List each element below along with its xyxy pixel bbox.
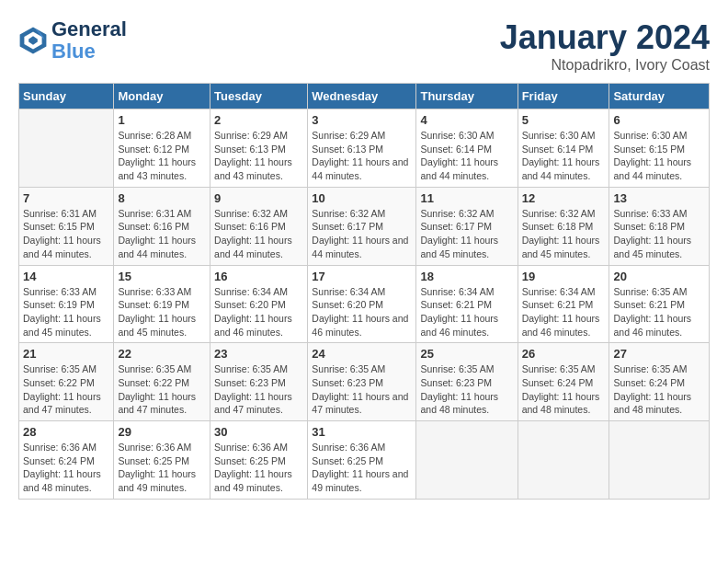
cell-date: 21 <box>23 347 109 361</box>
page-header: General Blue January 2024 Ntopadrikro, I… <box>18 18 710 74</box>
cell-date: 11 <box>420 191 513 205</box>
cell-info: Sunrise: 6:33 AMSunset: 6:18 PMDaylight:… <box>613 207 705 261</box>
calendar-row: 21Sunrise: 6:35 AMSunset: 6:22 PMDayligh… <box>19 343 710 421</box>
calendar-cell: 3Sunrise: 6:29 AMSunset: 6:13 PMDaylight… <box>308 109 416 188</box>
calendar-cell: 17Sunrise: 6:34 AMSunset: 6:20 PMDayligh… <box>308 265 416 343</box>
header-day-tuesday: Tuesday <box>210 84 308 109</box>
cell-date: 7 <box>23 191 109 205</box>
cell-info: Sunrise: 6:29 AMSunset: 6:13 PMDaylight:… <box>312 129 412 183</box>
calendar-cell <box>19 109 114 188</box>
cell-info: Sunrise: 6:35 AMSunset: 6:23 PMDaylight:… <box>420 362 513 417</box>
cell-date: 2 <box>214 113 303 127</box>
cell-info: Sunrise: 6:36 AMSunset: 6:25 PMDaylight:… <box>312 441 412 495</box>
cell-info: Sunrise: 6:34 AMSunset: 6:20 PMDaylight:… <box>214 285 303 339</box>
calendar-cell <box>416 421 518 500</box>
cell-date: 28 <box>23 425 109 439</box>
page-title: January 2024 <box>500 18 710 57</box>
cell-info: Sunrise: 6:35 AMSunset: 6:22 PMDaylight:… <box>23 362 109 417</box>
calendar-cell: 18Sunrise: 6:34 AMSunset: 6:21 PMDayligh… <box>416 265 518 343</box>
calendar-cell: 27Sunrise: 6:35 AMSunset: 6:24 PMDayligh… <box>609 343 710 421</box>
cell-date: 22 <box>118 347 206 361</box>
cell-info: Sunrise: 6:30 AMSunset: 6:14 PMDaylight:… <box>420 129 513 183</box>
cell-date: 10 <box>312 191 412 205</box>
cell-date: 8 <box>118 191 206 205</box>
calendar-cell: 26Sunrise: 6:35 AMSunset: 6:24 PMDayligh… <box>518 343 609 421</box>
calendar-row: 1Sunrise: 6:28 AMSunset: 6:12 PMDaylight… <box>19 109 710 188</box>
header-day-sunday: Sunday <box>19 84 114 109</box>
header-day-friday: Friday <box>518 84 609 109</box>
calendar-row: 28Sunrise: 6:36 AMSunset: 6:24 PMDayligh… <box>19 421 710 500</box>
cell-info: Sunrise: 6:30 AMSunset: 6:15 PMDaylight:… <box>613 129 705 183</box>
header-day-thursday: Thursday <box>416 84 518 109</box>
page-subtitle: Ntopadrikro, Ivory Coast <box>500 57 710 74</box>
calendar-cell: 21Sunrise: 6:35 AMSunset: 6:22 PMDayligh… <box>19 343 114 421</box>
calendar-cell: 22Sunrise: 6:35 AMSunset: 6:22 PMDayligh… <box>114 343 210 421</box>
cell-info: Sunrise: 6:31 AMSunset: 6:15 PMDaylight:… <box>23 207 109 261</box>
cell-date: 9 <box>214 191 303 205</box>
cell-info: Sunrise: 6:34 AMSunset: 6:21 PMDaylight:… <box>522 285 606 339</box>
cell-info: Sunrise: 6:35 AMSunset: 6:24 PMDaylight:… <box>613 362 705 417</box>
title-block: January 2024 Ntopadrikro, Ivory Coast <box>500 18 710 74</box>
cell-info: Sunrise: 6:35 AMSunset: 6:23 PMDaylight:… <box>214 362 303 417</box>
header-day-saturday: Saturday <box>609 84 710 109</box>
cell-date: 6 <box>613 113 705 127</box>
calendar-row: 14Sunrise: 6:33 AMSunset: 6:19 PMDayligh… <box>19 265 710 343</box>
cell-date: 23 <box>214 347 303 361</box>
cell-info: Sunrise: 6:30 AMSunset: 6:14 PMDaylight:… <box>522 129 606 183</box>
calendar-cell: 12Sunrise: 6:32 AMSunset: 6:18 PMDayligh… <box>518 187 609 265</box>
cell-date: 27 <box>613 347 705 361</box>
calendar-cell: 6Sunrise: 6:30 AMSunset: 6:15 PMDaylight… <box>609 109 710 188</box>
calendar-cell: 4Sunrise: 6:30 AMSunset: 6:14 PMDaylight… <box>416 109 518 188</box>
cell-info: Sunrise: 6:32 AMSunset: 6:17 PMDaylight:… <box>312 207 412 261</box>
cell-info: Sunrise: 6:29 AMSunset: 6:13 PMDaylight:… <box>214 129 303 183</box>
cell-date: 5 <box>522 113 606 127</box>
header-day-wednesday: Wednesday <box>308 84 416 109</box>
calendar-cell: 10Sunrise: 6:32 AMSunset: 6:17 PMDayligh… <box>308 187 416 265</box>
logo-icon <box>18 26 48 55</box>
cell-date: 31 <box>312 425 412 439</box>
cell-info: Sunrise: 6:36 AMSunset: 6:24 PMDaylight:… <box>23 441 109 495</box>
calendar-cell: 8Sunrise: 6:31 AMSunset: 6:16 PMDaylight… <box>114 187 210 265</box>
cell-info: Sunrise: 6:35 AMSunset: 6:22 PMDaylight:… <box>118 362 206 417</box>
calendar-cell: 14Sunrise: 6:33 AMSunset: 6:19 PMDayligh… <box>19 265 114 343</box>
cell-date: 1 <box>118 113 206 127</box>
calendar-cell: 30Sunrise: 6:36 AMSunset: 6:25 PMDayligh… <box>210 421 308 500</box>
cell-date: 26 <box>522 347 606 361</box>
cell-info: Sunrise: 6:32 AMSunset: 6:18 PMDaylight:… <box>522 207 606 261</box>
cell-info: Sunrise: 6:28 AMSunset: 6:12 PMDaylight:… <box>118 129 206 183</box>
cell-date: 19 <box>522 270 606 283</box>
cell-date: 15 <box>118 270 206 283</box>
cell-info: Sunrise: 6:32 AMSunset: 6:16 PMDaylight:… <box>214 207 303 261</box>
cell-date: 14 <box>23 270 109 283</box>
calendar-cell: 13Sunrise: 6:33 AMSunset: 6:18 PMDayligh… <box>609 187 710 265</box>
calendar-cell: 20Sunrise: 6:35 AMSunset: 6:21 PMDayligh… <box>609 265 710 343</box>
calendar-table: SundayMondayTuesdayWednesdayThursdayFrid… <box>18 83 710 500</box>
logo-text: General Blue <box>51 18 127 63</box>
calendar-cell <box>518 421 609 500</box>
cell-info: Sunrise: 6:32 AMSunset: 6:17 PMDaylight:… <box>420 207 513 261</box>
calendar-cell: 29Sunrise: 6:36 AMSunset: 6:25 PMDayligh… <box>114 421 210 500</box>
calendar-cell: 31Sunrise: 6:36 AMSunset: 6:25 PMDayligh… <box>308 421 416 500</box>
cell-date: 25 <box>420 347 513 361</box>
cell-date: 4 <box>420 113 513 127</box>
logo-line1: General <box>51 18 127 40</box>
cell-info: Sunrise: 6:34 AMSunset: 6:21 PMDaylight:… <box>420 285 513 339</box>
cell-date: 12 <box>522 191 606 205</box>
cell-info: Sunrise: 6:35 AMSunset: 6:23 PMDaylight:… <box>312 362 412 417</box>
cell-date: 17 <box>312 270 412 283</box>
cell-info: Sunrise: 6:35 AMSunset: 6:24 PMDaylight:… <box>522 362 606 417</box>
header-row: SundayMondayTuesdayWednesdayThursdayFrid… <box>19 84 710 109</box>
cell-date: 20 <box>613 270 705 283</box>
cell-info: Sunrise: 6:36 AMSunset: 6:25 PMDaylight:… <box>118 441 206 495</box>
calendar-cell: 19Sunrise: 6:34 AMSunset: 6:21 PMDayligh… <box>518 265 609 343</box>
cell-date: 16 <box>214 270 303 283</box>
cell-info: Sunrise: 6:34 AMSunset: 6:20 PMDaylight:… <box>312 285 412 339</box>
calendar-cell: 9Sunrise: 6:32 AMSunset: 6:16 PMDaylight… <box>210 187 308 265</box>
header-day-monday: Monday <box>114 84 210 109</box>
logo-line2: Blue <box>51 40 96 63</box>
calendar-cell: 1Sunrise: 6:28 AMSunset: 6:12 PMDaylight… <box>114 109 210 188</box>
cell-info: Sunrise: 6:33 AMSunset: 6:19 PMDaylight:… <box>118 285 206 339</box>
cell-date: 18 <box>420 270 513 283</box>
cell-info: Sunrise: 6:35 AMSunset: 6:21 PMDaylight:… <box>613 285 705 339</box>
calendar-cell: 11Sunrise: 6:32 AMSunset: 6:17 PMDayligh… <box>416 187 518 265</box>
